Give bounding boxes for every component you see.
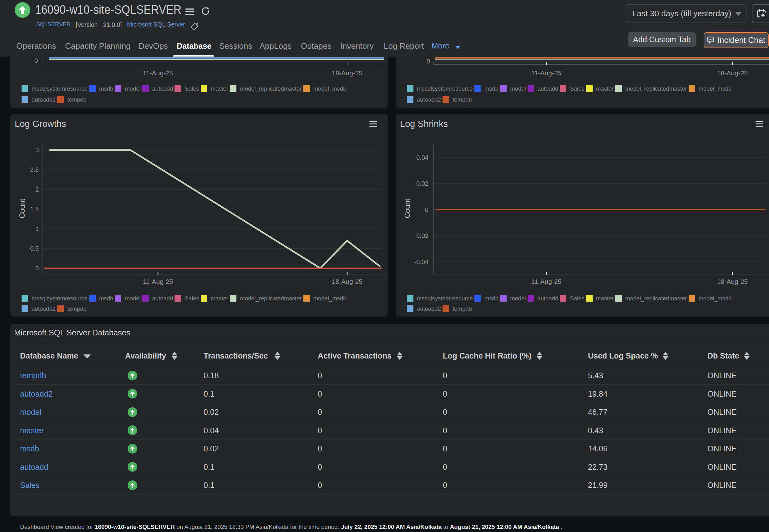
svg-text:18-Aug-25: 18-Aug-25: [332, 69, 362, 77]
svg-text:0.5: 0.5: [30, 245, 39, 252]
svg-text:-0.04: -0.04: [414, 258, 429, 265]
svg-text:-0.02: -0.02: [414, 232, 429, 239]
svg-text:11-Aug-25: 11-Aug-25: [143, 278, 173, 285]
svg-text:11-Aug-25: 11-Aug-25: [143, 69, 173, 77]
svg-text:Count: Count: [404, 198, 412, 218]
svg-text:2: 2: [35, 186, 39, 193]
svg-text:0: 0: [34, 57, 38, 64]
svg-text:0: 0: [35, 265, 39, 272]
svg-text:3: 3: [35, 147, 39, 153]
svg-text:0: 0: [427, 58, 430, 65]
svg-text:2.5: 2.5: [30, 166, 39, 173]
svg-text:1: 1: [35, 225, 39, 232]
svg-text:0.02: 0.02: [416, 180, 429, 187]
svg-text:0.04: 0.04: [416, 154, 429, 161]
svg-text:18-Aug-25: 18-Aug-25: [332, 278, 362, 285]
svg-text:11-Aug-25: 11-Aug-25: [531, 278, 562, 285]
svg-text:0: 0: [425, 206, 429, 213]
svg-text:Count: Count: [18, 198, 26, 218]
svg-text:1.5: 1.5: [30, 206, 39, 213]
svg-text:11-Aug-25: 11-Aug-25: [531, 69, 562, 77]
svg-text:18-Aug-25: 18-Aug-25: [717, 278, 748, 285]
svg-text:18-Aug-25: 18-Aug-25: [717, 69, 748, 77]
